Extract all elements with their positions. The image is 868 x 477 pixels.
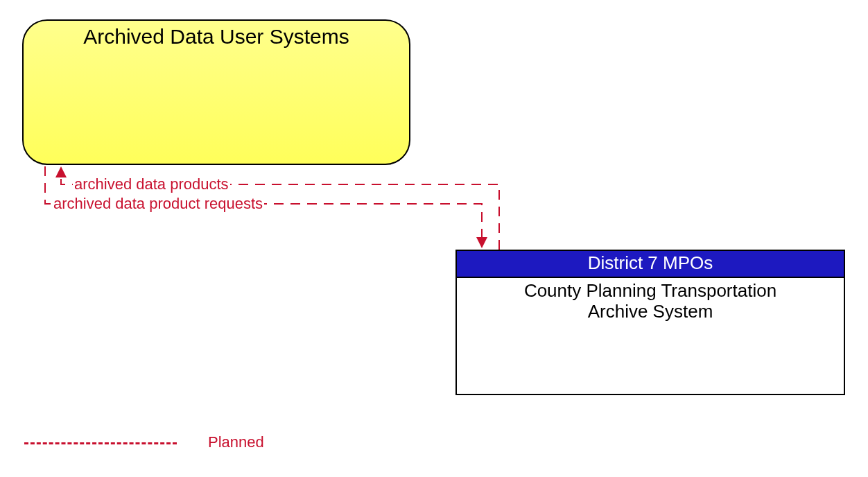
archived-data-user-systems-title: Archived Data User Systems — [24, 21, 409, 49]
flow-label-archived-data-product-requests: archived data product requests — [52, 195, 264, 213]
flow-label-archived-data-products: archived data products — [73, 175, 230, 193]
archived-data-user-systems-box: Archived Data User Systems — [22, 19, 410, 165]
district-7-mpos-header: District 7 MPOs — [457, 251, 844, 278]
county-planning-line2: Archive System — [457, 302, 844, 322]
legend-planned-text: Planned — [208, 433, 264, 451]
county-planning-line1: County Planning Transportation — [457, 281, 844, 302]
legend-planned-line — [24, 442, 177, 444]
county-planning-body: County Planning Transportation Archive S… — [457, 278, 844, 322]
district-7-mpos-box: District 7 MPOs County Planning Transpor… — [455, 250, 845, 395]
